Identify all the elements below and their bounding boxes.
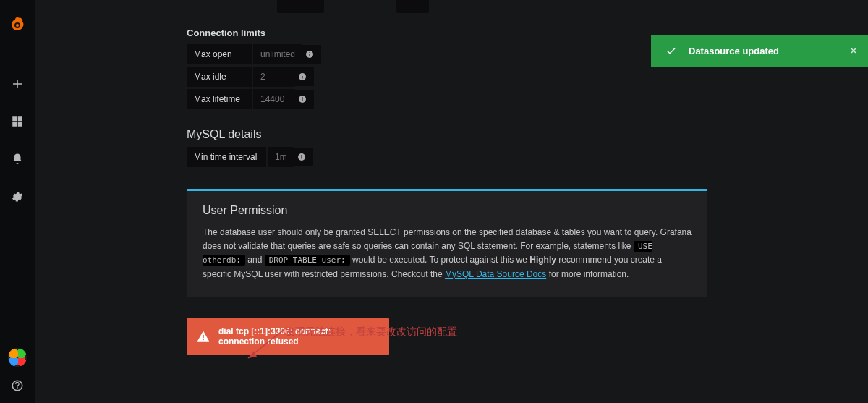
grafana-logo[interactable] (6, 13, 29, 36)
annotation-text: 发现无法连接，看来要改改访问的配置 (285, 326, 457, 339)
permission-and: and (247, 255, 264, 265)
warning-icon (197, 330, 210, 343)
max-lifetime-input[interactable]: 14400 (252, 89, 295, 109)
prev-field-1 (277, 0, 324, 13)
mysql-docs-link[interactable]: MySQL Data Source Docs (445, 269, 546, 279)
prev-field-2 (396, 0, 429, 13)
info-icon[interactable] (295, 90, 314, 109)
check-icon (665, 45, 677, 56)
user-permission-title: User Permission (203, 204, 692, 217)
dashboards-icon[interactable] (6, 110, 29, 133)
info-icon[interactable] (294, 148, 313, 166)
code-drop: DROP TABLE user; (265, 255, 350, 266)
max-open-label: Max open (187, 44, 252, 64)
max-lifetime-label: Max lifetime (187, 89, 252, 109)
min-time-interval-label: Min time interval (187, 147, 266, 167)
avatar[interactable] (8, 348, 27, 367)
toast-message: Datasource updated (689, 46, 779, 56)
max-idle-label: Max idle (187, 67, 252, 87)
user-permission-panel: User Permission The database user should… (187, 189, 707, 297)
permission-text-4: for more information. (549, 269, 629, 279)
permission-highly: Highly (529, 255, 556, 265)
sidebar (0, 0, 35, 403)
max-lifetime-row: Max lifetime 14400 (187, 89, 314, 109)
max-open-row: Max open unlimited (187, 44, 321, 64)
max-open-input[interactable]: unlimited (252, 44, 302, 64)
mysql-details-title: MySQL details (187, 128, 868, 141)
permission-text: The database user should only be granted… (203, 227, 692, 251)
min-time-interval-row: Min time interval 1m (187, 147, 313, 167)
info-icon[interactable] (302, 45, 321, 64)
max-idle-input[interactable]: 2 (252, 67, 295, 87)
help-icon[interactable] (6, 374, 29, 397)
alerting-icon[interactable] (6, 148, 29, 171)
success-toast: Datasource updated (651, 35, 868, 67)
plus-icon[interactable] (6, 72, 29, 96)
min-time-interval-input[interactable]: 1m (266, 147, 294, 167)
close-icon[interactable] (849, 46, 858, 55)
permission-text-2: would be executed. To protect against th… (352, 255, 529, 265)
user-permission-body: The database user should only be granted… (203, 226, 692, 281)
info-icon[interactable] (295, 67, 314, 86)
gear-icon[interactable] (6, 185, 29, 208)
max-idle-row: Max idle 2 (187, 67, 314, 87)
annotation-arrow (241, 322, 292, 365)
svg-point-1 (16, 24, 19, 27)
